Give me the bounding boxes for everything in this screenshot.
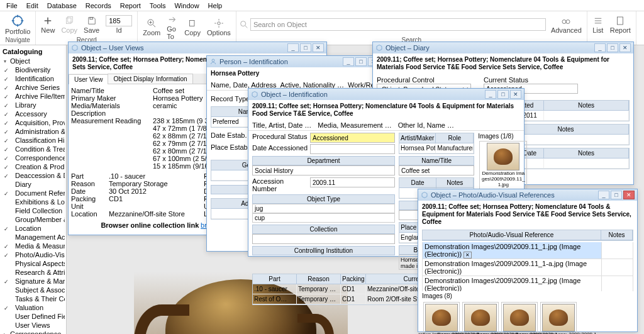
nav-link[interactable]: Title, Artist, Date … <box>252 121 311 129</box>
nav-tree[interactable]: Cataloguing ObjectBiodiversityIdentifica… <box>0 45 67 334</box>
copy-icon <box>64 15 75 26</box>
workspace: Object – User Views_□✕ 2009.11; Coffee s… <box>67 45 644 334</box>
tree-item[interactable]: Diary <box>1 180 65 189</box>
tree-item[interactable]: Exhibitions & Loans <box>1 198 65 206</box>
list-icon <box>592 15 604 26</box>
cube-icon <box>421 191 428 199</box>
menu-window[interactable]: Window <box>170 1 203 10</box>
list-button[interactable]: List <box>590 14 606 35</box>
menu-help[interactable]: Help <box>204 1 226 10</box>
tree-item[interactable]: Document Reference <box>1 189 65 198</box>
thumbnail[interactable]: Demonstration Images: 2009;2009.1… <box>462 302 499 334</box>
tree-item[interactable]: Group/Member & R <box>1 215 65 224</box>
zoom-button[interactable]: Zoom <box>140 16 163 38</box>
tree-item[interactable]: Physical Aspects <box>1 259 65 268</box>
svg-point-7 <box>241 21 246 26</box>
tree-item[interactable]: Location <box>1 224 65 233</box>
tree-item[interactable]: Signature & Marks <box>1 277 65 286</box>
plus-icon <box>42 15 53 26</box>
close-icon[interactable]: ✕ <box>619 43 631 52</box>
tree-item[interactable]: Management Activiti <box>1 233 65 242</box>
report-icon <box>614 15 626 26</box>
menu-records[interactable]: Records <box>82 1 115 10</box>
thumbnail[interactable]: Demonstration Images: 2009;2009.1… <box>501 302 538 334</box>
svg-rect-10 <box>618 17 623 25</box>
save-icon <box>86 15 97 26</box>
browse-prev[interactable] <box>639 18 644 31</box>
tree-item[interactable]: Library <box>1 101 65 109</box>
tree-item[interactable]: Field Collection <box>1 206 65 215</box>
menu-edit[interactable]: Edit <box>23 1 42 10</box>
search-icon <box>239 19 249 30</box>
tree-item[interactable]: Classification History <box>1 136 65 145</box>
tree-item[interactable]: User Views <box>1 321 65 330</box>
minimize-icon[interactable]: _ <box>485 90 496 99</box>
save-button[interactable]: Save <box>81 14 102 35</box>
tree-item[interactable]: Deaccession & Disp <box>1 171 65 180</box>
portfolio-button[interactable]: Portfolio <box>3 13 33 36</box>
tree-item[interactable]: Accessory <box>1 109 65 118</box>
maximize-icon[interactable]: □ <box>300 43 311 52</box>
tree-item[interactable]: Correspondence <box>1 330 65 334</box>
copy-field-button[interactable]: Copy <box>182 16 203 38</box>
tree-item[interactable]: Administration & Ris <box>1 127 65 136</box>
ribbon-toolbar: Portfolio Navigate New Copy Save Id Reco… <box>0 11 644 45</box>
close-icon[interactable]: ✕ <box>623 191 635 199</box>
tab-display-info[interactable]: Object Display Information <box>108 74 192 84</box>
tree-item[interactable]: Photo/Audio-Visual <box>1 250 65 259</box>
record-header: 2009.11; Coffee set; Hornsea Pottery; No… <box>418 201 637 228</box>
dept-input[interactable] <box>252 165 395 175</box>
close-icon[interactable]: ✕ <box>313 43 324 52</box>
tree-item[interactable]: Acquisition, Provenanc <box>1 118 65 127</box>
menu-database[interactable]: Database <box>43 1 80 10</box>
menu-tools[interactable]: Tools <box>146 1 170 10</box>
proc-status-input[interactable] <box>310 133 395 143</box>
maximize-icon[interactable]: □ <box>607 43 618 52</box>
menu-file[interactable]: File <box>3 1 21 10</box>
report-button[interactable]: Report <box>608 14 633 35</box>
tree-item[interactable]: Object <box>1 57 65 65</box>
tree-item[interactable]: Media & Measurem <box>1 242 65 250</box>
goto-button[interactable]: Go To <box>164 13 180 42</box>
tree-item[interactable]: Archive Series <box>1 83 65 92</box>
minimize-icon[interactable]: _ <box>287 43 299 52</box>
tree-item[interactable]: Archive File/Item <box>1 92 65 101</box>
minimize-icon[interactable]: _ <box>343 57 354 66</box>
maximize-icon[interactable]: □ <box>497 90 509 99</box>
name-input[interactable] <box>399 165 474 175</box>
nav-link[interactable]: Media, Measurement … <box>318 121 391 129</box>
tree-item[interactable]: Correspondence Hist <box>1 153 65 162</box>
acc-no-input[interactable] <box>310 177 395 187</box>
tree-item[interactable]: Creation & Producti <box>1 162 65 171</box>
id-button[interactable]: Id <box>103 14 135 35</box>
tree-item[interactable]: Valuation <box>1 303 65 312</box>
svg-point-0 <box>13 16 23 26</box>
options-button[interactable]: Options <box>204 16 233 38</box>
minimize-icon[interactable]: _ <box>598 191 609 199</box>
tab-user-view[interactable]: User View <box>69 74 108 84</box>
maximize-icon[interactable]: □ <box>611 191 622 199</box>
svg-point-9 <box>566 20 570 24</box>
tree-item[interactable]: User Defined Fields <box>1 312 65 321</box>
thumbnail[interactable]: Demonstration Images: 2009;2009.1… <box>540 302 577 334</box>
advanced-button[interactable]: Advanced <box>548 14 584 35</box>
new-button[interactable]: New <box>38 14 57 35</box>
copy-button[interactable]: Copy <box>58 14 80 35</box>
date-acc-input[interactable] <box>310 144 395 154</box>
tree-item[interactable]: Research & Attributi <box>1 268 65 277</box>
menu-report[interactable]: Report <box>116 1 145 10</box>
window-pav[interactable]: Object – Photo/Audio-Visual References_□… <box>418 189 638 332</box>
id-input[interactable] <box>106 15 132 26</box>
nav-link[interactable]: Other Id, Name … <box>398 121 454 129</box>
tree-item[interactable]: Identification <box>1 74 65 83</box>
thumbnail[interactable]: Demonstration Images: 2009;2009.1… <box>423 302 460 334</box>
tree-item[interactable]: Biodiversity <box>1 65 65 74</box>
tree-item[interactable]: Condition & Treatme <box>1 145 65 153</box>
close-icon[interactable]: ✕ <box>510 90 521 99</box>
tree-item[interactable]: Tasks & Their Costs <box>1 294 65 303</box>
person-icon <box>209 58 217 65</box>
search-input[interactable]: Search on Object <box>250 18 546 31</box>
minimize-icon[interactable]: _ <box>594 43 606 52</box>
maximize-icon[interactable]: □ <box>355 57 367 66</box>
tree-item[interactable]: Subject & Associatio <box>1 286 65 294</box>
